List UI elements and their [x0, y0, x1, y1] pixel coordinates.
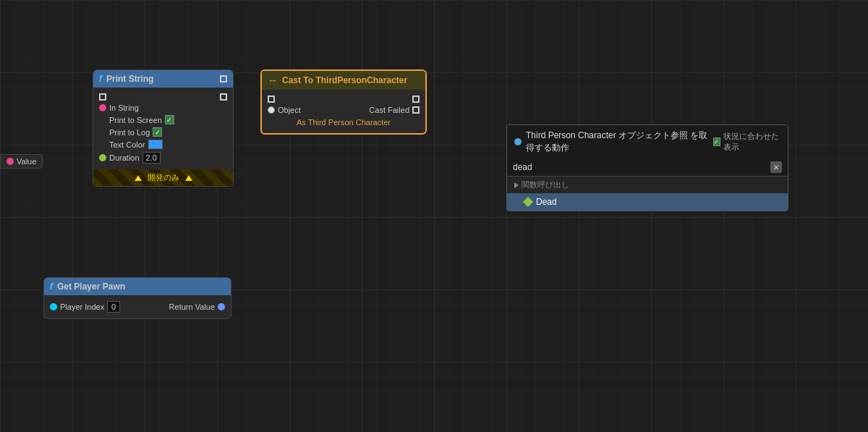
- value-node: Value: [0, 154, 43, 169]
- return-value-label: Return Value: [169, 302, 215, 311]
- cast-exec-in: [268, 96, 275, 103]
- exec-out-pin2: [220, 93, 227, 101]
- duration-row: Duration 2.0: [93, 151, 233, 165]
- object-pin: [268, 106, 275, 114]
- dead-menu-item[interactable]: Dead: [507, 193, 788, 211]
- player-pawn-body: Player Index 0 Return Value: [44, 295, 231, 318]
- player-pawn-header: f Get Player Pawn: [44, 278, 231, 295]
- section-triangle-icon: [514, 182, 519, 188]
- section-header: 関数呼び出し: [507, 177, 788, 193]
- close-button[interactable]: ✕: [770, 161, 782, 173]
- player-index-input[interactable]: 0: [107, 301, 120, 313]
- cast-failed-pin: [412, 106, 420, 114]
- player-index-label: Player Index: [60, 302, 104, 311]
- text-color-swatch[interactable]: [148, 140, 163, 149]
- dev-only-stripe: 開発のみ: [93, 169, 233, 186]
- print-string-title: Print String: [106, 74, 153, 84]
- in-string-label: In String: [109, 103, 139, 112]
- player-pawn-title: Get Player Pawn: [57, 281, 125, 292]
- duration-label: Duration: [109, 153, 140, 162]
- print-string-node: f Print String In String Print to Screen…: [93, 69, 234, 187]
- dead-diamond-icon: [523, 197, 533, 207]
- dev-only-label: 開発のみ: [148, 172, 179, 183]
- cast-node-header: ↔ Cast To ThirdPersonCharacter: [262, 71, 425, 90]
- pawn-function-icon: f: [50, 281, 53, 292]
- print-string-body: In String Print to Screen ✓ Print to Log…: [93, 88, 233, 169]
- exec-row: [93, 92, 233, 102]
- print-to-log-row: Print to Log ✓: [93, 126, 233, 138]
- player-index-pin: [50, 303, 57, 310]
- print-to-log-label: Print to Log: [109, 128, 150, 137]
- exec-out-pin: [220, 75, 227, 82]
- duration-input[interactable]: 2.0: [142, 152, 161, 164]
- exec-in-pin: [99, 93, 106, 101]
- search-bar: ✕: [507, 158, 788, 177]
- value-label: Value: [17, 157, 36, 166]
- print-to-log-checkbox[interactable]: ✓: [153, 127, 162, 137]
- context-menu-title: Third Person Character オブジェクト参照 を取得する動作 …: [507, 125, 788, 158]
- warning-triangle-left: [135, 175, 142, 181]
- dead-item-label: Dead: [536, 197, 557, 207]
- cast-node: ↔ Cast To ThirdPersonCharacter Object Ca…: [260, 69, 427, 135]
- search-input[interactable]: [513, 162, 770, 172]
- cast-node-body: Object Cast Failed As Third Person Chara…: [262, 90, 425, 133]
- print-to-screen-checkbox[interactable]: ✓: [165, 115, 174, 124]
- context-checkbox-area[interactable]: ✓ 状況に合わせた表示: [713, 131, 780, 153]
- object-label: Object: [278, 106, 301, 114]
- as-text: As Third Person Character: [262, 116, 425, 129]
- canvas-background: [0, 0, 868, 432]
- text-color-label: Text Color: [109, 140, 145, 149]
- cast-exec-out: [412, 96, 420, 103]
- cast-node-title: Cast To ThirdPersonCharacter: [282, 75, 407, 85]
- return-value-pin: [218, 303, 225, 310]
- cast-failed-label: Cast Failed: [369, 106, 409, 114]
- function-icon: f: [99, 74, 102, 84]
- cast-exec-row: [262, 94, 425, 104]
- print-string-header: f Print String: [93, 70, 233, 88]
- print-to-screen-label: Print to Screen: [109, 116, 162, 124]
- context-checkbox-label: 状況に合わせた表示: [723, 131, 780, 153]
- player-index-row: Player Index 0 Return Value: [44, 300, 231, 314]
- context-menu: Third Person Character オブジェクト参照 を取得する動作 …: [506, 124, 788, 211]
- player-pawn-node: f Get Player Pawn Player Index 0 Return …: [43, 277, 231, 319]
- value-pin: [7, 158, 14, 165]
- duration-pin: [99, 154, 106, 161]
- cast-icon: ↔: [268, 75, 278, 86]
- context-checkbox[interactable]: ✓: [713, 137, 720, 146]
- section-label: 関数呼び出し: [522, 179, 569, 190]
- context-circle-icon: [514, 138, 522, 145]
- in-string-pin: [99, 104, 106, 111]
- in-string-row: In String: [93, 102, 233, 114]
- warning-triangle-right: [185, 175, 192, 181]
- print-to-screen-row: Print to Screen ✓: [93, 114, 233, 126]
- text-color-row: Text Color: [93, 138, 233, 151]
- context-title-text: Third Person Character オブジェクト参照 を取得する動作: [526, 130, 709, 154]
- cast-pin-row: Object Cast Failed: [262, 104, 425, 116]
